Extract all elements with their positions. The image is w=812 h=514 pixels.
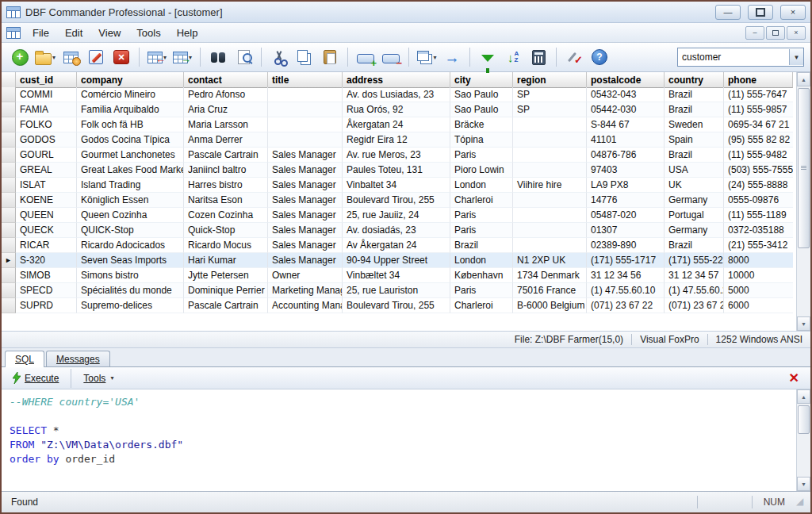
grid-cell[interactable]: Godos Cocina Típica: [77, 132, 184, 148]
import-button[interactable]: ←▾: [145, 46, 169, 68]
grid-cell[interactable]: Owner: [268, 268, 343, 283]
grid-cell[interactable]: (11) 555-9857: [724, 102, 793, 117]
scroll-up-button[interactable]: ▲: [797, 72, 810, 86]
find-button[interactable]: [206, 46, 230, 68]
grid-cell[interactable]: GREAL: [16, 163, 77, 178]
grid-cell[interactable]: [513, 163, 587, 178]
grid-cell[interactable]: 1734 Denmark: [513, 268, 587, 283]
row-selector[interactable]: [2, 223, 16, 238]
grid-cell[interactable]: København: [450, 268, 513, 283]
scrollbar-thumb[interactable]: [798, 88, 810, 248]
grid-cell[interactable]: Familia Arquibaldo: [77, 102, 184, 117]
grid-cell[interactable]: (1) 47.55.60.20: [665, 283, 724, 298]
menu-edit[interactable]: Edit: [58, 25, 90, 40]
grid-cell[interactable]: COMMI: [16, 87, 77, 102]
row-selector[interactable]: [2, 87, 16, 102]
grid-cell[interactable]: Charleroi: [450, 193, 513, 208]
cut-button[interactable]: [267, 46, 291, 68]
grid-cell[interactable]: SIMOB: [16, 268, 77, 283]
delete-record-button[interactable]: −: [379, 46, 403, 68]
grid-cell[interactable]: S-844 67: [587, 117, 665, 132]
grid-cell[interactable]: FOLKO: [16, 117, 77, 132]
sort-button[interactable]: ↓AZ: [501, 46, 525, 68]
mdi-minimize-button[interactable]: –: [745, 26, 764, 40]
grid-cell[interactable]: UK: [665, 178, 724, 193]
column-header-phone[interactable]: phone: [724, 72, 793, 88]
grid-cell[interactable]: Great Lakes Food Market: [77, 163, 184, 178]
grid-cell[interactable]: 05487-020: [587, 208, 665, 223]
grid-cell[interactable]: Brazil: [450, 238, 513, 253]
grid-cell[interactable]: Sales Manager: [268, 178, 343, 193]
grid-cell[interactable]: [268, 102, 343, 117]
table-row[interactable]: COMMIComércio MineiroPedro AfonsoAv. dos…: [2, 87, 796, 102]
grid-cell[interactable]: Sales Manager: [268, 163, 343, 178]
row-selector[interactable]: [2, 283, 16, 298]
grid-cell[interactable]: (11) 555-7647: [724, 87, 793, 102]
scroll-up-button[interactable]: ▲: [797, 389, 810, 404]
grid-cell[interactable]: Sales Manager: [268, 223, 343, 238]
grid-cell[interactable]: 6000: [724, 298, 793, 313]
column-header-city[interactable]: city: [450, 72, 513, 88]
grid-cell[interactable]: Dominique Perrier: [184, 283, 268, 298]
grid-cell[interactable]: KOENE: [16, 193, 77, 208]
table-selector[interactable]: customer ▼: [677, 48, 804, 67]
grid-cell[interactable]: Paris: [450, 283, 513, 298]
grid-cell[interactable]: [513, 238, 587, 253]
grid-cell[interactable]: Germany: [665, 223, 724, 238]
close-file-button[interactable]: ✕: [109, 46, 133, 68]
grid-cell[interactable]: (071) 23 67 22: [587, 298, 665, 313]
row-selector[interactable]: [2, 298, 16, 313]
table-row[interactable]: FAMIAFamilia ArquibaldoAria CruzRua Orós…: [2, 102, 796, 117]
grid-cell[interactable]: (503) 555-7555: [724, 163, 793, 178]
grid-cell[interactable]: (1) 47.55.60.10: [587, 283, 665, 298]
tools-dropdown-button[interactable]: Tools ▾: [79, 370, 118, 386]
grid-cell[interactable]: Hari Kumar: [184, 253, 268, 268]
grid-cell[interactable]: Sales Manager: [268, 253, 343, 268]
grid-cell[interactable]: SUPRD: [16, 298, 77, 313]
scrollbar-track[interactable]: [797, 86, 810, 316]
grid-cell[interactable]: Paris: [450, 223, 513, 238]
grid-cell[interactable]: 8000: [724, 253, 793, 268]
grid-cell[interactable]: ISLAT: [16, 178, 77, 193]
grid-cell[interactable]: Sweden: [665, 117, 724, 132]
column-header-cust_id[interactable]: cust_id: [16, 72, 77, 88]
grid-cell[interactable]: B-6000 Belgium: [513, 298, 587, 313]
menu-view[interactable]: View: [91, 25, 128, 40]
grid-cell[interactable]: London: [450, 178, 513, 193]
grid-cell[interactable]: Bräcke: [450, 117, 513, 132]
grid-cell[interactable]: [513, 132, 587, 148]
scroll-down-button[interactable]: ▼: [797, 316, 810, 331]
row-selector[interactable]: [2, 132, 16, 148]
grid-cell[interactable]: Brazil: [665, 102, 724, 117]
column-header-country[interactable]: country: [665, 72, 724, 88]
grid-cell[interactable]: Germany: [665, 193, 724, 208]
grid-cell[interactable]: Harres bistro: [184, 178, 268, 193]
options-button[interactable]: [562, 46, 586, 68]
row-selector[interactable]: [2, 117, 16, 132]
row-selector[interactable]: [2, 163, 16, 178]
grid-cell[interactable]: Viihire hire: [513, 178, 587, 193]
grid-cell[interactable]: (11) 555-1189: [724, 208, 793, 223]
add-record-button[interactable]: +: [354, 46, 377, 68]
grid-cell[interactable]: Supremo-delices: [77, 298, 184, 313]
preview-button[interactable]: [232, 46, 255, 68]
grid-cell[interactable]: Tópina: [450, 132, 513, 148]
grid-cell[interactable]: N1 2XP UK: [513, 253, 587, 268]
table-row[interactable]: GREALGreat Lakes Food MarketJaniincl bal…: [2, 163, 796, 178]
table-row[interactable]: QUECKQUICK-StopQuick-StopSales ManagerAv…: [2, 223, 796, 238]
column-header-region[interactable]: region: [513, 72, 587, 88]
grid-cell[interactable]: (24) 555-8888: [724, 178, 793, 193]
grid-cell[interactable]: Janiincl baltro: [184, 163, 268, 178]
grid-cell[interactable]: Sao Paulo: [450, 102, 513, 117]
grid-cell[interactable]: Maria Larsson: [184, 117, 268, 132]
grid-cell[interactable]: [268, 117, 343, 132]
grid-cell[interactable]: 0372-035188: [724, 223, 793, 238]
menu-help[interactable]: Help: [170, 25, 205, 40]
row-selector[interactable]: [2, 193, 16, 208]
grid-cell[interactable]: QUICK-Stop: [77, 223, 184, 238]
grid-cell[interactable]: Gourmet Lanchonetes: [77, 148, 184, 163]
grid-cell[interactable]: SPECD: [16, 283, 77, 298]
grid-cell[interactable]: Av. rue Meros, 23: [343, 148, 450, 163]
paste-button[interactable]: [318, 46, 342, 68]
table-row[interactable]: SUPRDSupremo-delicesPascale CartrainAcco…: [2, 298, 796, 313]
